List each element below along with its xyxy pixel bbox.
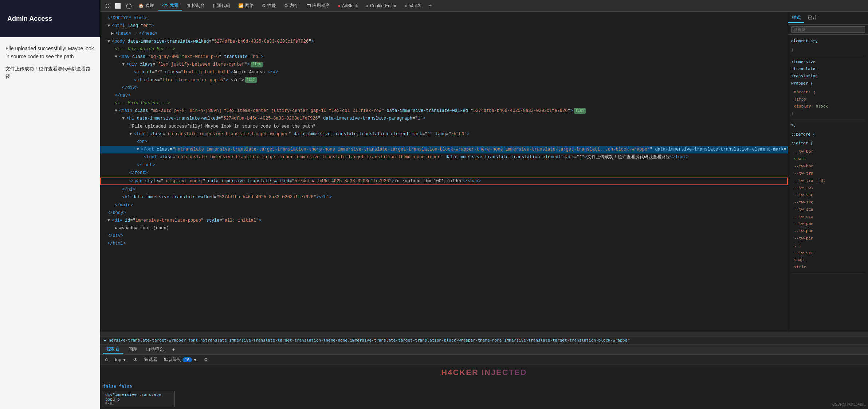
code-line-shadow-root[interactable]: ▶#shadow-root (open) <box>100 225 788 232</box>
eye-icon: 👁 <box>133 357 138 362</box>
element-style-section: element.sty } <box>791 38 865 56</box>
bottom-tabs-bar: 控制台 问题 自动填充 + <box>100 344 868 355</box>
code-line-html-close: </html> <box>100 240 788 248</box>
console-toolbar: ⊘ top ▼ 👁 筛选器 默认级别 16 ▼ ⚙ <box>100 355 868 365</box>
dropdown-arrow-icon: ▼ <box>122 357 127 362</box>
styles-panel: 样式 已计 element.sty } :immersive-translate… <box>788 12 868 332</box>
clear-console-button[interactable]: ⊘ <box>103 357 110 363</box>
admin-title: Admin Access <box>7 15 52 23</box>
tab-console[interactable]: ⊞ 控制台 <box>183 1 208 10</box>
code-line-doctype: <!DOCTYPE html> <box>100 15 788 22</box>
code-line-head[interactable]: ▶<head> … </head> <box>100 30 788 38</box>
bottom-tab-autofill[interactable]: 自动填充 <box>142 346 167 353</box>
code-line-comment-nav: <!-- Navigation Bar --> <box>100 46 788 53</box>
sources-icon: {} <box>213 3 216 8</box>
code-line-font-close1: </font> <box>100 161 788 169</box>
tab-welcome[interactable]: 🏠 欢迎 <box>135 1 158 10</box>
tab-elements[interactable]: </> 元素 <box>158 1 182 11</box>
console-area: H4CKER INJECTED false false div#immersiv… <box>100 365 868 409</box>
tab-network[interactable]: 📶 网络 <box>235 1 258 10</box>
styles-content: element.sty } :immersive-translate-trans… <box>788 35 868 278</box>
elements-icon: </> <box>162 3 168 8</box>
upload-message-en: File uploaded successfully! Maybe look i… <box>5 44 94 61</box>
code-line-nav-close: </nav> <box>100 92 788 100</box>
code-line-h1[interactable]: ▼<h1 data-immersive-translate-walked="52… <box>100 115 788 122</box>
breadcrumb-text: ▪ nersive-translate-target-wrapper font.… <box>104 338 630 343</box>
code-line-body[interactable]: ▼<body data-immersive-translate-walked="… <box>100 38 788 46</box>
code-line-body-close: </body> <box>100 209 788 217</box>
code-line-h1-empty: <h1 data-immersive-translate-walked="527… <box>100 194 788 201</box>
hacker-injected-banner: H4CKER INJECTED <box>100 365 868 380</box>
devtools-panel: ⬡ ⬜ ◯ 🏠 欢迎 </> 元素 ⊞ 控制台 {} 源代码 📶 网络 ⚙ 性能… <box>100 0 868 409</box>
code-line-br: <br> <box>100 138 788 146</box>
star-rule: *, ::before { ::after { --tw-bor spaci -… <box>791 122 865 273</box>
level-dropdown-button[interactable]: 默认级别 16 ▼ <box>162 356 199 363</box>
left-content: File uploaded successfully! Maybe look i… <box>0 37 100 392</box>
h4ck3r-icon: ● <box>405 3 407 8</box>
code-line-main-close: </main> <box>100 202 788 209</box>
adblock-icon: ● <box>338 3 340 8</box>
level-arrow-icon: ▼ <box>193 357 197 362</box>
tab-memory[interactable]: ⚙ 内存 <box>280 1 302 10</box>
console-line-false: false false <box>103 383 865 390</box>
tab-styles[interactable]: 样式 <box>788 13 804 23</box>
tab-sources[interactable]: {} 源代码 <box>209 1 234 10</box>
devtools-body: <!DOCTYPE html> ▼<html lang="en"> ▶<head… <box>100 12 868 332</box>
tab-h4ck3r[interactable]: ● h4ck3r <box>401 2 425 10</box>
code-line-nav[interactable]: ▼<nav class="bg-gray-900 text-white p-6"… <box>100 53 788 61</box>
code-line-font-wrapper[interactable]: ▼<font class="notranslate immersive-tran… <box>100 131 788 138</box>
code-line-text-upload: "File uploaded successfully! Maybe look … <box>100 123 788 131</box>
admin-header: Admin Access <box>0 0 100 37</box>
icon-btn-1[interactable]: ⬡ <box>103 1 112 10</box>
level-label: 默认级别 <box>164 357 181 363</box>
eye-button[interactable]: 👁 <box>131 357 140 363</box>
code-line-font-block[interactable]: ▼<font class="notranslate immersive-tran… <box>100 146 788 153</box>
upload-message-zh: 文件上传成功！也许查看源代码以查看路径 <box>5 65 94 81</box>
icon-btn-2[interactable]: ⬜ <box>113 1 123 10</box>
tab-application[interactable]: 🗔 应用程序 <box>303 1 333 10</box>
code-line-span-hidden[interactable]: <span style=" display: none;" data-immer… <box>100 178 788 185</box>
bottom-tab-issues[interactable]: 问题 <box>125 346 141 353</box>
filter-bar <box>788 25 868 35</box>
filter-label: 筛选器 <box>144 357 157 363</box>
code-line-div-close: </div> <box>100 84 788 92</box>
left-panel: Admin Access File uploaded successfully!… <box>0 0 100 409</box>
styles-header: 样式 已计 <box>788 12 868 25</box>
level-badge: 16 <box>182 357 192 362</box>
code-line-font-close2: </font> <box>100 169 788 177</box>
code-line-div-popup[interactable]: ▼<div id="immersive-translate-popup" sty… <box>100 217 788 225</box>
home-icon: 🏠 <box>138 3 144 8</box>
code-line-h1-close: </h1> <box>100 186 788 194</box>
code-line-a: <a href="/" class="text-lg font-bold">Ad… <box>100 69 788 76</box>
bottom-panel: ▪ nersive-translate-target-wrapper font.… <box>100 336 868 409</box>
console-icon: ⊞ <box>186 3 190 8</box>
performance-icon: ⚙ <box>262 3 266 8</box>
bottom-tab-console[interactable]: 控制台 <box>103 345 123 354</box>
horizontal-scrollbar[interactable] <box>100 332 868 336</box>
bottom-right-hint: CSDN@鏈筑LoAnn.. <box>832 402 866 407</box>
filter-button[interactable]: 筛选器 <box>142 356 159 363</box>
tab-adblock[interactable]: ● AdBlock <box>334 2 361 10</box>
clear-icon: ⊘ <box>105 357 109 362</box>
tab-computed[interactable]: 已计 <box>804 13 820 23</box>
add-tab-bottom-button[interactable]: + <box>169 346 178 353</box>
app-icon: 🗔 <box>306 3 311 8</box>
console-output: false false <box>100 380 868 409</box>
code-line-comment-main: <!-- Main Content --> <box>100 100 788 107</box>
add-tab-button[interactable]: + <box>426 3 434 9</box>
code-line-font-inner: <font class="notranslate immersive-trans… <box>100 153 788 161</box>
top-label: top <box>115 357 121 362</box>
gear-button[interactable]: ⚙ <box>202 357 210 363</box>
element-path-bar: div#immersive-translate-popu p 0×0 <box>102 391 175 407</box>
icon-btn-3[interactable]: ◯ <box>124 1 134 10</box>
element-size: 0×0 <box>105 402 172 406</box>
html-code-panel[interactable]: <!DOCTYPE html> ▼<html lang="en"> ▶<head… <box>100 12 788 332</box>
code-line-ul: <ul class="flex items-center gap-5"> </u… <box>100 77 788 84</box>
top-dropdown-button[interactable]: top ▼ <box>113 357 129 363</box>
code-line-main[interactable]: ▼<main class="mx-auto py-8 min-h-[80vh] … <box>100 107 788 115</box>
code-line-div-flex[interactable]: ▼<div class="flex justify-between items-… <box>100 61 788 69</box>
highlight-container: <span style=" display: none;" data-immer… <box>100 178 788 185</box>
tab-performance[interactable]: ⚙ 性能 <box>258 1 280 10</box>
tab-cookie-editor[interactable]: ● Cookie-Editor <box>362 2 400 10</box>
styles-filter-input[interactable] <box>791 26 865 33</box>
